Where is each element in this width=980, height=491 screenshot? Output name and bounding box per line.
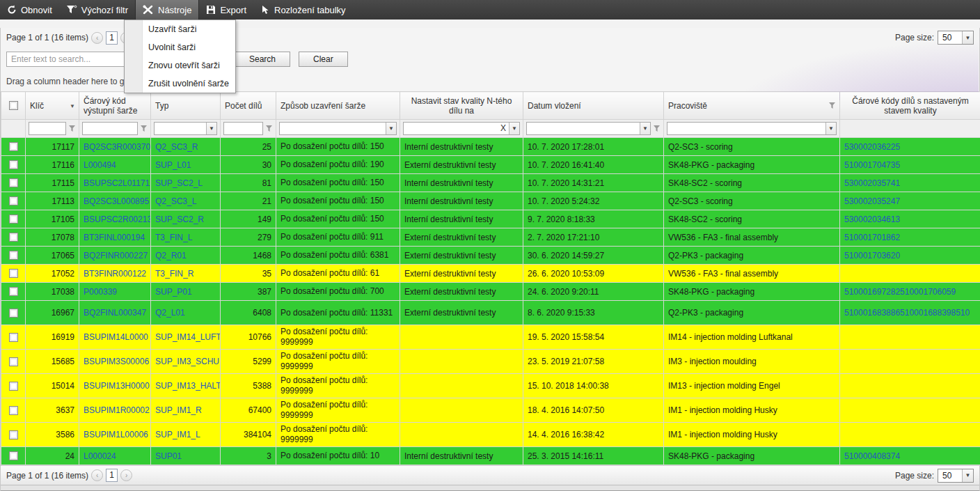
row-checkbox[interactable] (9, 160, 18, 169)
cell-barcode[interactable]: BSUPIM13H0000 (79, 374, 151, 398)
cell-type[interactable]: Q2_L01 (151, 301, 221, 325)
row-checkbox[interactable] (9, 333, 18, 342)
filter-funnel-icon[interactable] (828, 102, 836, 111)
column-header-key[interactable]: Klíč▼ (26, 92, 79, 120)
workplace-filter-select[interactable]: ▼ (667, 122, 837, 135)
row-checkbox[interactable] (9, 309, 18, 318)
column-header-date-inserted[interactable]: Datum vložení (523, 92, 664, 120)
cell-barcode[interactable]: BSUPIM1L00006 (79, 423, 151, 447)
filter-funnel-icon[interactable] (265, 125, 273, 132)
cell-type[interactable]: T3_FIN_L (151, 228, 221, 247)
column-header-barcode[interactable]: Čárový kód výstupní šarže (79, 92, 151, 120)
prev-page-button[interactable]: ‹ (91, 32, 103, 44)
menu-item-cancel-release-batch[interactable]: Zrušit uvolnění šarže (125, 75, 235, 93)
column-header-quality-state[interactable]: Nastavit stav kvality N-tého dílu na (400, 92, 523, 120)
page-size-select[interactable]: 50 ▼ (938, 31, 974, 45)
cell-type[interactable]: SUP_IM3_SCHU (151, 350, 221, 374)
cell-barcode[interactable]: BSUPIM1R00002 (79, 398, 151, 423)
cell-barcode[interactable]: BT3FINR000122 (79, 265, 151, 283)
row-checkbox[interactable] (9, 382, 18, 391)
key-filter-input[interactable] (29, 122, 66, 135)
row-checkbox[interactable] (9, 269, 18, 278)
toolbar-tools-button[interactable]: Nástroje (135, 0, 199, 20)
cell-type[interactable]: SUP_IM1_R (151, 398, 221, 423)
search-button[interactable]: Search (235, 52, 290, 67)
page-number-button[interactable]: 1 (106, 469, 118, 482)
cell-part-barcodes[interactable]: 510001697282510001706059 (840, 283, 980, 301)
cell-barcode[interactable]: L000494 (79, 156, 151, 174)
cell-barcode[interactable]: BQ2FINL000347 (79, 301, 151, 325)
cell-barcode[interactable]: BSUPSC2L01171 (79, 174, 151, 192)
row-checkbox[interactable] (9, 178, 18, 187)
cell-type[interactable]: SUP_SC2_R (151, 210, 221, 228)
row-checkbox[interactable] (9, 142, 18, 151)
cell-type[interactable]: SUP_IM1_L (151, 423, 221, 447)
cell-type[interactable]: SUP_SC2_L (151, 174, 221, 192)
column-header-part-count[interactable]: Počet dílů (221, 92, 276, 120)
cell-barcode[interactable]: BSUPSC2R00213 (79, 210, 151, 228)
filter-funnel-icon[interactable] (68, 125, 76, 132)
prev-page-button[interactable]: ‹ (91, 469, 103, 481)
row-checkbox[interactable] (9, 196, 18, 205)
cell-part-barcodes[interactable]: 510000408374 (840, 447, 980, 465)
next-page-button[interactable]: › (120, 469, 132, 481)
cell-type[interactable]: T3_FIN_R (151, 265, 221, 283)
row-checkbox[interactable] (9, 451, 18, 460)
cell-part-barcodes[interactable]: 530002034613 (840, 210, 980, 228)
cell-part-barcodes[interactable]: 510001704735 (840, 156, 980, 174)
column-header-type[interactable]: Typ (151, 92, 221, 120)
row-checkbox[interactable] (9, 215, 18, 224)
cell-type[interactable]: Q2_R01 (151, 247, 221, 265)
cell-type[interactable]: SUP_IM14_LUFT (151, 325, 221, 350)
cell-type[interactable]: SUP_P01 (151, 283, 221, 301)
cell-type[interactable]: SUP_IM13_HALT (151, 374, 221, 398)
toolbar-table-layout-button[interactable]: Rozložení tabulky (253, 0, 353, 20)
cell-barcode[interactable]: BT3FINL000194 (79, 228, 151, 247)
toolbar-default-filter-button[interactable]: Výchozí filtr (59, 0, 135, 20)
cell-type[interactable]: SUP01 (151, 447, 221, 465)
cell-type[interactable]: Q2_SC3_L (151, 192, 221, 210)
cell-barcode[interactable]: BQ2FINR000227 (79, 247, 151, 265)
filter-funnel-icon[interactable] (140, 125, 148, 132)
row-checkbox[interactable] (9, 406, 18, 415)
menu-item-release-batch[interactable]: Uvolnit šarži (125, 38, 235, 56)
column-header-part-barcodes[interactable]: Čárové kódy dílů s nastaveným stavem kva… (840, 92, 980, 120)
column-header-workplace[interactable]: Pracoviště (664, 92, 840, 120)
cell-part-barcodes[interactable]: 530002035741 (840, 174, 980, 192)
cell-part-barcodes[interactable]: 530002036225 (840, 138, 980, 156)
barcode-filter-input[interactable] (82, 122, 138, 135)
page-size-select[interactable]: 50 ▼ (938, 469, 974, 483)
column-header-close-method[interactable]: Způsob uzavření šarže (276, 92, 400, 120)
quality-filter-clear[interactable]: X (404, 123, 509, 134)
cell-barcode[interactable]: BQ2SC3R000370 (79, 138, 151, 156)
filter-funnel-icon[interactable] (653, 125, 661, 132)
part-count-filter-input[interactable] (223, 122, 263, 135)
row-checkbox[interactable] (9, 357, 18, 366)
cell-barcode[interactable]: BSUPIM14L0000 (79, 325, 151, 350)
select-all-checkbox[interactable] (9, 101, 18, 110)
cell-part-barcodes[interactable]: 510001683886510001688398510 (840, 301, 980, 325)
cell-type[interactable]: Q2_SC3_R (151, 138, 221, 156)
row-checkbox[interactable] (9, 287, 18, 296)
cell-part-barcodes[interactable]: 510001701862 (840, 228, 980, 247)
menu-item-close-batch[interactable]: Uzavřít šarži (125, 20, 235, 38)
cell-barcode[interactable]: L000024 (79, 447, 151, 465)
row-checkbox[interactable] (9, 233, 18, 242)
cell-part-barcodes[interactable]: 510001703620 (840, 247, 980, 265)
cell-barcode[interactable]: BSUPIM3S00006 (79, 350, 151, 374)
toolbar-refresh-button[interactable]: Obnovit (0, 0, 59, 20)
clear-button[interactable]: Clear (299, 52, 348, 67)
close-method-filter-select[interactable]: ▼ (279, 122, 397, 135)
toolbar-export-button[interactable]: Export (199, 0, 253, 20)
type-filter-select[interactable]: ▼ (154, 122, 217, 135)
quality-state-filter-select[interactable]: X▼ (403, 122, 520, 135)
menu-item-reopen-batch[interactable]: Znovu otevřít šarži (125, 56, 235, 75)
row-checkbox[interactable] (9, 251, 18, 260)
cell-barcode[interactable]: BQ2SC3L000895 (79, 192, 151, 210)
date-filter-select[interactable]: ▼ (526, 122, 651, 135)
page-number-button[interactable]: 1 (106, 31, 118, 45)
cell-type[interactable]: SUP_L01 (151, 156, 221, 174)
cell-part-barcodes[interactable]: 530002035247 (840, 192, 980, 210)
row-checkbox[interactable] (9, 430, 18, 439)
cell-barcode[interactable]: P000339 (79, 283, 151, 301)
